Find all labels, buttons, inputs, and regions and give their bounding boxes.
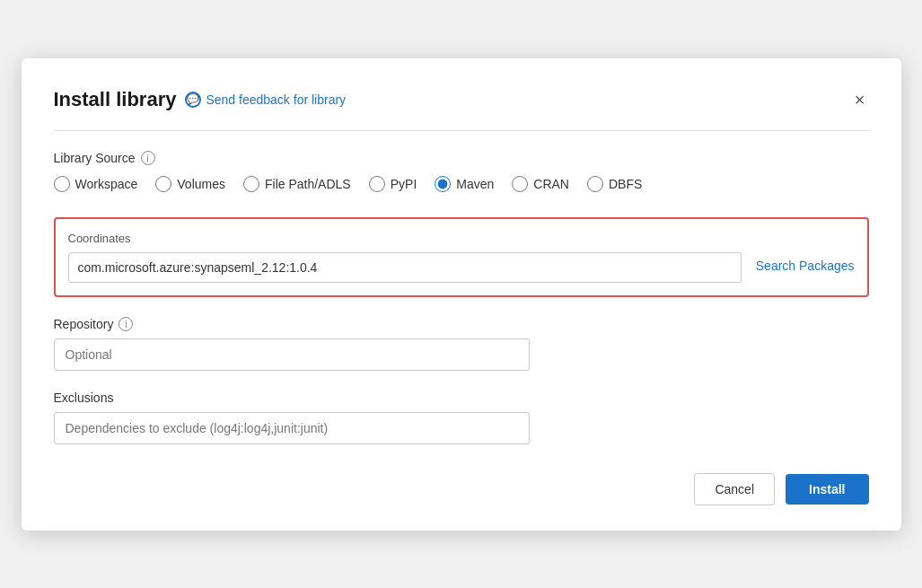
radio-dbfs-label: DBFS: [609, 177, 642, 191]
repository-info-icon[interactable]: i: [119, 317, 133, 331]
feedback-icon: 💬: [185, 92, 201, 108]
radio-maven[interactable]: [435, 176, 451, 192]
radio-cran[interactable]: [512, 176, 528, 192]
radio-filepath[interactable]: [243, 176, 259, 192]
library-source-label: Library Source i: [54, 151, 869, 165]
install-button[interactable]: Install: [786, 474, 868, 505]
close-button[interactable]: ×: [851, 87, 869, 112]
cancel-button[interactable]: Cancel: [694, 473, 775, 505]
repository-input[interactable]: [54, 338, 530, 371]
exclusions-section: Exclusions: [54, 391, 869, 444]
radio-option-workspace[interactable]: Workspace: [54, 176, 138, 192]
exclusions-input[interactable]: [54, 412, 530, 444]
search-packages-link[interactable]: Search Packages: [756, 232, 855, 273]
radio-cran-label: CRAN: [533, 177, 569, 191]
radio-workspace[interactable]: [54, 176, 70, 192]
radio-option-filepath[interactable]: File Path/ADLS: [243, 176, 351, 192]
library-source-radio-group: Workspace Volumes File Path/ADLS PyPI Ma…: [54, 176, 869, 192]
coordinates-label: Coordinates: [68, 232, 742, 245]
radio-volumes[interactable]: [155, 176, 171, 192]
search-packages-label: Search Packages: [756, 259, 855, 273]
coordinates-section: Coordinates Search Packages: [54, 217, 869, 297]
radio-option-pypi[interactable]: PyPI: [369, 176, 417, 192]
radio-workspace-label: Workspace: [75, 177, 138, 191]
radio-filepath-label: File Path/ADLS: [265, 177, 351, 191]
header-divider: [54, 130, 869, 131]
radio-volumes-label: Volumes: [177, 177, 225, 191]
feedback-link-label: Send feedback for library: [206, 92, 346, 107]
dialog-footer: Cancel Install: [54, 473, 869, 505]
exclusions-label: Exclusions: [54, 391, 869, 405]
coordinates-inner: Coordinates: [68, 232, 742, 283]
radio-option-cran[interactable]: CRAN: [512, 176, 569, 192]
radio-pypi[interactable]: [369, 176, 385, 192]
install-library-dialog: Install library 💬 Send feedback for libr…: [22, 58, 901, 531]
radio-dbfs[interactable]: [587, 176, 603, 192]
radio-pypi-label: PyPI: [391, 177, 417, 191]
repository-label: Repository i: [54, 317, 869, 331]
coordinates-input[interactable]: [68, 252, 742, 283]
radio-option-maven[interactable]: Maven: [435, 176, 494, 192]
dialog-title: Install library: [54, 88, 177, 111]
radio-option-volumes[interactable]: Volumes: [155, 176, 225, 192]
close-icon: ×: [855, 90, 865, 110]
feedback-link[interactable]: 💬 Send feedback for library: [185, 92, 346, 108]
dialog-title-area: Install library 💬 Send feedback for libr…: [54, 88, 347, 111]
repository-section: Repository i: [54, 317, 869, 371]
radio-maven-label: Maven: [456, 177, 494, 191]
radio-option-dbfs[interactable]: DBFS: [587, 176, 642, 192]
dialog-header: Install library 💬 Send feedback for libr…: [54, 87, 869, 112]
library-source-info-icon[interactable]: i: [141, 151, 155, 165]
